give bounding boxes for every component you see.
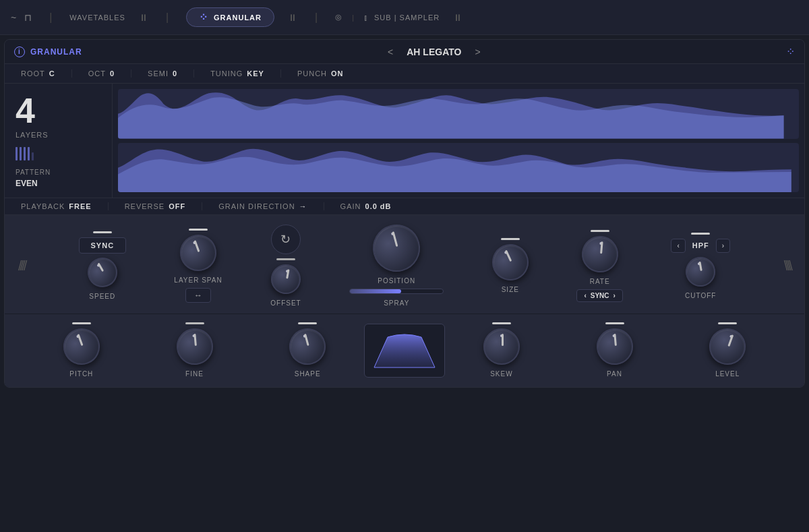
hpf-next-button[interactable]: ›	[716, 239, 730, 253]
granular-dots-icon: ⁘	[199, 11, 208, 24]
preset-prev-arrow[interactable]: <	[388, 47, 393, 57]
playback-param[interactable]: PLAYBACK FREE	[21, 202, 109, 210]
main-panel: i GRANULAR < AH LEGATO > ⁘ ROOT C OCT 0 …	[4, 39, 805, 388]
root-param[interactable]: ROOT C	[21, 69, 72, 78]
layer-span-knob[interactable]	[175, 229, 221, 276]
skew-indicator	[492, 322, 511, 324]
cutoff-knob[interactable]	[684, 254, 718, 289]
tuning-param[interactable]: TUNING KEY	[194, 69, 281, 78]
rate-sync-arrow-left: ‹	[584, 292, 586, 299]
skew-knob[interactable]	[483, 328, 520, 365]
bottom-controls-section: PITCH FINE SHAPE	[5, 314, 804, 387]
panel-header: i GRANULAR < AH LEGATO > ⁘	[5, 40, 804, 64]
left-slash-icon: ////	[18, 258, 25, 274]
level-indicator	[718, 322, 737, 324]
pitch-indicator	[72, 322, 91, 324]
nav-divider-3: |	[315, 11, 318, 24]
sync-button[interactable]: SYNC	[79, 237, 126, 254]
envelope-display[interactable]	[364, 324, 445, 378]
level-group: LEVEL	[671, 322, 784, 378]
level-knob[interactable]	[705, 323, 751, 370]
wave-track-1[interactable]	[118, 89, 799, 139]
position-knob[interactable]	[367, 219, 425, 277]
controls-section: //// SYNC SPEED LAYER SPAN ↔ ↻ OFFSET PO…	[5, 215, 804, 314]
hpf-label: HPF	[688, 241, 713, 249]
root-value: C	[49, 69, 55, 78]
right-slash-icon: \\\\	[784, 258, 791, 274]
rate-group: RATE ‹ SYNC ›	[576, 230, 622, 302]
rate-knob[interactable]	[580, 234, 620, 274]
layer-span-group: LAYER SPAN ↔	[174, 229, 222, 303]
granular-label: GRANULAR	[214, 13, 262, 22]
speed-label: SPEED	[89, 293, 115, 300]
sub-sampler-nav[interactable]: ◎ | ⫿ SUB | SAMPLER	[335, 13, 440, 22]
nav-divider-2: |	[166, 11, 169, 24]
sine-wave-icon[interactable]: ~	[11, 12, 16, 23]
gain-label: GAIN	[340, 202, 361, 210]
position-label: POSITION	[378, 277, 415, 285]
rate-sync-label: SYNC	[591, 292, 609, 299]
pattern-value: EVEN	[16, 179, 101, 188]
layer-bar-4	[28, 147, 30, 160]
waveform-display[interactable]	[113, 84, 804, 198]
skew-label: SKEW	[490, 370, 512, 378]
reverse-param[interactable]: REVERSE OFF	[109, 202, 203, 210]
wavetables-pause-icon[interactable]: ⏸	[139, 12, 148, 23]
gain-param[interactable]: GAIN 0.0 dB	[324, 202, 408, 210]
info-badge[interactable]: i	[14, 47, 25, 57]
panel-dots-icon[interactable]: ⁘	[786, 46, 795, 57]
loop-offset-group: ↻ OFFSET	[270, 225, 301, 307]
spray-slider[interactable]	[349, 289, 444, 294]
sampler-pause-icon[interactable]: ⏸	[453, 12, 462, 23]
pitch-knob[interactable]	[58, 323, 104, 370]
shape-label: SHAPE	[295, 370, 321, 378]
granular-nav[interactable]: ⁘ GRANULAR	[186, 7, 274, 27]
top-navigation: ~ ⊓ | WAVETABLES ⏸ | ⁘ GRANULAR ⏸ | ◎ | …	[0, 0, 809, 35]
wave-track-2[interactable]	[118, 143, 799, 193]
preset-next-arrow[interactable]: >	[475, 47, 480, 57]
semi-param[interactable]: SEMI 0	[131, 69, 194, 78]
layer-span-arrow-btn[interactable]: ↔	[185, 288, 211, 303]
size-group: SIZE	[492, 238, 529, 293]
rate-indicator	[591, 230, 609, 232]
semi-value: 0	[173, 69, 177, 78]
nav-divider-1: |	[49, 11, 52, 24]
fine-label: FINE	[185, 370, 204, 378]
size-knob[interactable]	[486, 238, 535, 287]
offset-knob[interactable]	[268, 262, 303, 297]
wavetables-nav[interactable]: WAVETABLES	[69, 13, 125, 22]
layer-bar-5	[32, 152, 34, 160]
nav-icons-left: ~ ⊓	[11, 12, 32, 23]
oct-param[interactable]: OCT 0	[72, 69, 131, 78]
level-label: LEVEL	[715, 370, 740, 378]
cutoff-label: CUTOFF	[685, 292, 716, 299]
layer-span-indicator	[189, 229, 208, 231]
square-wave-icon[interactable]: ⊓	[24, 12, 32, 23]
shape-knob[interactable]	[285, 324, 330, 369]
hpf-cutoff-group: ‹ HPF › CUTOFF	[671, 233, 730, 299]
skew-group: SKEW	[445, 322, 558, 378]
spray-label: SPRAY	[384, 299, 409, 307]
pan-knob[interactable]	[595, 327, 634, 367]
pitch-group: PITCH	[25, 322, 138, 378]
cutoff-indicator	[691, 233, 710, 235]
pan-indicator	[605, 322, 624, 324]
panel-header-left: i GRANULAR	[14, 47, 82, 57]
granular-pause-icon[interactable]: ⏸	[288, 12, 297, 23]
punch-param[interactable]: PUNCH ON	[281, 69, 360, 78]
fine-knob[interactable]	[175, 327, 214, 367]
rate-sync-button[interactable]: ‹ SYNC ›	[576, 289, 622, 302]
panel-title-center: < AH LEGATO >	[89, 47, 779, 57]
preset-name: AH LEGATO	[407, 47, 461, 57]
hpf-prev-button[interactable]: ‹	[671, 239, 685, 253]
grain-dir-value: →	[299, 202, 307, 210]
sync-speed-group: SYNC SPEED	[79, 231, 126, 300]
tuning-label: TUNING	[210, 69, 243, 78]
loop-button[interactable]: ↻	[271, 225, 301, 254]
pan-group: PAN	[558, 322, 671, 378]
rate-label: RATE	[590, 278, 610, 285]
shape-group: SHAPE	[251, 322, 364, 378]
speed-knob[interactable]	[82, 252, 123, 293]
hpf-row: ‹ HPF ›	[671, 239, 730, 253]
grain-dir-param[interactable]: GRAIN DIRECTION →	[202, 202, 324, 210]
